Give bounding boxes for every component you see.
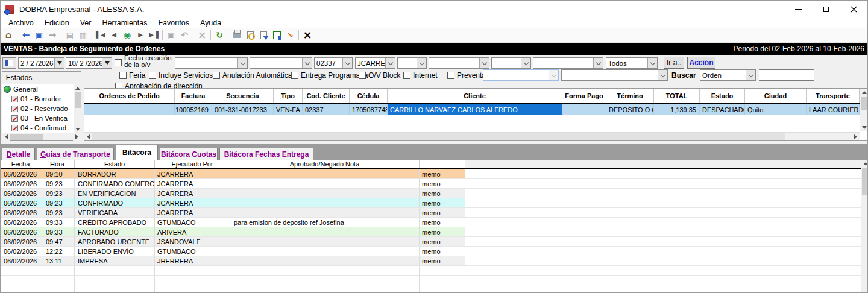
scroll-thumb[interactable] <box>862 168 868 195</box>
menu-item[interactable]: Favoritos <box>153 19 194 27</box>
date-to-picker[interactable]: 10/ 2 /2026 <box>66 57 112 69</box>
chevron-down-icon[interactable] <box>237 58 247 68</box>
previous-record-icon[interactable]: ◀ <box>107 29 121 41</box>
dropdown-arrow-icon[interactable] <box>54 58 64 68</box>
combo-filter-f[interactable] <box>533 57 603 69</box>
scroll-right-icon[interactable] <box>73 133 81 141</box>
chevron-down-icon[interactable] <box>302 58 312 68</box>
memo-cell[interactable]: memo <box>420 198 465 207</box>
column-selector-button[interactable] <box>2 57 16 69</box>
bitacora-row[interactable] <box>1 285 861 293</box>
chevron-down-icon[interactable] <box>593 58 603 68</box>
scroll-up-icon[interactable] <box>860 89 868 96</box>
checkbox-box[interactable] <box>447 72 454 79</box>
memo-cell[interactable]: memo <box>420 169 465 178</box>
chevron-down-icon[interactable] <box>647 58 657 68</box>
bitacora-vscrollbar[interactable] <box>861 160 868 293</box>
checkbox-entrega-programada[interactable]: Entrega Programada <box>291 71 368 80</box>
orders-grid-hscrollbar[interactable] <box>84 132 860 140</box>
print-icon[interactable] <box>230 29 244 41</box>
bitacora-row[interactable]: 06/02/2026 13:11 IMPRESA JHERRERA memo <box>1 256 861 266</box>
orders-grid-vscrollbar[interactable] <box>860 89 867 131</box>
bitacora-row[interactable]: 06/02/2026 12:22 LIBERADO ENVÍO GTUMBACO… <box>1 247 861 256</box>
combo-filter-c[interactable] <box>397 57 427 69</box>
scroll-left-icon[interactable] <box>84 133 92 140</box>
search-globe-icon[interactable]: ◉ <box>121 29 134 41</box>
scroll-thumb[interactable] <box>92 133 785 140</box>
scroll-down-icon[interactable] <box>860 124 868 131</box>
memo-cell[interactable]: memo <box>420 227 465 236</box>
tree-node-estado[interactable]: 02 - Reservado <box>2 104 81 113</box>
cell-cedula[interactable]: 17050877480 <box>350 104 388 115</box>
memo-cell[interactable]: memo <box>420 218 465 227</box>
menu-item[interactable]: Herramientas <box>96 19 153 27</box>
export-data-icon[interactable]: ↘ <box>283 29 297 41</box>
close-button[interactable] <box>840 1 867 17</box>
cell-factura[interactable]: 3100052169 <box>175 104 212 115</box>
save-icon[interactable]: ▣ <box>165 29 178 41</box>
tab-detalle[interactable]: Detalle <box>2 148 35 160</box>
bitacora-row[interactable] <box>1 266 861 276</box>
buscar-input[interactable] <box>759 69 814 81</box>
cell-cliente-selected[interactable]: CARRILLO NARVAEZ CARLOS ALFREDO <box>388 104 562 115</box>
cell-tipo[interactable]: VEN-FA <box>274 104 303 115</box>
cell-estado[interactable]: DESPACHADO <box>700 104 745 115</box>
document-properties-icon[interactable]: ▥ <box>77 29 90 41</box>
forward-icon[interactable]: → <box>46 29 59 41</box>
next-record-icon[interactable]: ▶ <box>134 29 147 41</box>
first-record-icon[interactable]: ▌◀ <box>94 29 107 41</box>
ir-a-button[interactable]: Ir a.. <box>664 57 684 69</box>
cell-forma-pago[interactable] <box>562 104 606 115</box>
chevron-down-icon[interactable] <box>746 70 755 80</box>
bitacora-row[interactable]: 06/02/2026 09:10 BORRADOR JCARRERA memo <box>1 169 861 179</box>
combo-vendedor[interactable]: JCARRER <box>355 57 395 69</box>
chevron-down-icon[interactable] <box>385 58 395 68</box>
close-view-icon[interactable]: × <box>301 29 314 41</box>
send-document-icon[interactable] <box>257 29 270 41</box>
tab-bitacora-cuotas[interactable]: Bitácora Cuotas <box>160 148 218 160</box>
tab-bitacora[interactable]: Bitácora <box>116 145 158 160</box>
scroll-thumb[interactable] <box>10 134 43 140</box>
accion-button[interactable]: Acción <box>687 57 715 69</box>
order-row-selected[interactable]: 3100052169 001-331-0017233 VEN-FA 02337 … <box>84 104 867 115</box>
combo-filter-a[interactable] <box>175 57 248 69</box>
combo-filter-h[interactable] <box>561 69 668 81</box>
memo-cell[interactable]: memo <box>420 208 465 217</box>
estados-tree-hscrollbar[interactable] <box>2 133 81 140</box>
tree-node-general[interactable]: General <box>2 84 81 94</box>
delete-icon[interactable]: × <box>195 29 209 41</box>
checkbox-incluye-servicios[interactable]: Incluye Servicios <box>149 71 213 80</box>
window-switch-icon[interactable]: ▣ <box>33 29 46 41</box>
scroll-right-icon[interactable] <box>852 133 860 140</box>
bitacora-row[interactable]: 06/02/2026 09:23 VERIFICADA JCARRERA mem… <box>1 208 861 218</box>
tab-guias-de-transporte[interactable]: Guias de Transporte <box>37 148 114 160</box>
tree-node-estado[interactable]: 04 - Confirmad <box>2 123 81 133</box>
new-document-icon[interactable]: ▤ <box>63 29 77 41</box>
minimize-button[interactable] <box>784 1 812 17</box>
cell-ciudad[interactable]: Quito <box>745 104 807 115</box>
tab-estados[interactable]: Estados <box>2 72 36 84</box>
combo-estado-filtro[interactable]: Todos <box>606 57 658 69</box>
refresh-icon[interactable]: ↻ <box>213 29 226 41</box>
chevron-down-icon[interactable] <box>658 70 667 80</box>
memo-cell[interactable] <box>420 285 465 293</box>
cell-termino[interactable]: DEPOSITO O CH <box>606 104 654 115</box>
chevron-down-icon[interactable] <box>417 58 426 68</box>
scroll-left-icon[interactable] <box>2 133 10 141</box>
bitacora-row[interactable]: 06/02/2026 09:47 APROBADO URGENTE JSANDO… <box>1 237 861 247</box>
memo-cell[interactable] <box>420 266 465 275</box>
combo-filter-d[interactable] <box>429 57 489 69</box>
menu-item[interactable]: Archivo <box>3 19 39 27</box>
export-excel-icon[interactable] <box>270 29 283 41</box>
last-record-icon[interactable]: ▶▐ <box>147 29 160 41</box>
combo-cod-cliente[interactable]: 02337 <box>314 57 353 69</box>
print-preview-icon[interactable] <box>244 29 257 41</box>
memo-cell[interactable]: memo <box>420 179 465 188</box>
bitacora-row[interactable]: 06/02/2026 09:23 CONFIRMADO JCARRERA mem… <box>1 198 861 208</box>
scroll-up-icon[interactable] <box>861 160 868 168</box>
combo-buscar-tipo[interactable]: Orden <box>700 69 756 81</box>
chevron-down-icon[interactable] <box>479 58 489 68</box>
chevron-down-icon[interactable] <box>342 58 352 68</box>
bitacora-row[interactable]: 06/02/2026 09:33 FACTURADO ARIVERA memo <box>1 227 861 237</box>
checkbox-internet[interactable]: Internet <box>403 71 438 80</box>
